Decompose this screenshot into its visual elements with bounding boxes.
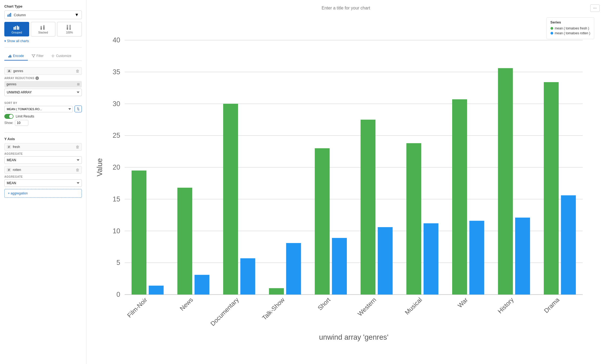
svg-rect-2 [10,13,11,17]
svg-text:30: 30 [113,100,120,107]
chevron-icon: ▾ [4,39,6,43]
sort-by-row: MEAN ( TOMATOES.RO... ⇅ [4,106,82,112]
svg-rect-15 [8,56,9,58]
show-row: Show: [4,120,82,126]
x-field-row: A genres 🗑 [4,67,82,75]
svg-text:Value: Value [95,158,104,177]
dropdown-arrow-icon: ▼ [75,12,79,17]
unwind-array-select[interactable]: UNWIND ARRAY [4,89,82,96]
svg-rect-66 [515,218,530,295]
y-field-fresh-name: fresh [13,145,20,149]
filter-icon [32,54,35,58]
svg-rect-16 [9,55,10,58]
delete-x-field-icon[interactable]: 🗑 [76,69,79,73]
stacked-btn[interactable]: Stacked [31,22,56,36]
aggregate-label-fresh: AGGREGATE [4,152,82,155]
info-icon: i [35,76,39,80]
expand-array-icon[interactable]: ⊞ [77,82,80,86]
svg-rect-57 [378,227,392,295]
svg-rect-50 [269,288,284,295]
svg-rect-9 [43,26,45,30]
svg-rect-69 [561,195,576,294]
delete-rotten-icon[interactable]: 🗑 [76,168,79,172]
svg-text:Western: Western [356,296,378,318]
y-field-fresh-row: # fresh 🗑 [4,143,82,151]
sort-by-section: SORT BY MEAN ( TOMATOES.RO... ⇅ Limit Re… [4,102,82,128]
svg-rect-0 [8,15,8,17]
divider-1 [4,47,82,48]
svg-text:unwind array 'genres': unwind array 'genres' [319,333,388,341]
x-field-name: genres [13,69,23,73]
main-area: ··· 0510152025303540Valueunwind array 'g… [86,0,604,364]
y-axis-label: Y Axis [4,137,82,141]
array-field-label: genres [6,82,16,86]
array-field-row: genres ⊞ [4,81,82,87]
tab-filter[interactable]: Filter [28,52,48,60]
svg-rect-3 [14,27,15,30]
sort-by-label: SORT BY [4,102,82,105]
limit-toggle[interactable] [4,114,14,119]
svg-text:25: 25 [113,132,120,139]
svg-rect-18 [11,56,11,58]
more-options-button[interactable]: ··· [590,4,600,12]
svg-rect-47 [223,104,238,294]
svg-rect-14 [69,25,71,29]
stacked-icon [39,24,47,30]
show-all-charts-link[interactable]: ▾ Show all charts [4,39,82,43]
svg-rect-51 [286,243,301,295]
svg-text:40: 40 [113,36,120,44]
aggregate-label-rotten: AGGREGATE [4,175,82,178]
chart-svg-wrapper: 0510152025303540Valueunwind array 'genre… [91,15,600,360]
svg-rect-17 [10,55,11,58]
tab-encode[interactable]: Encode [4,52,28,60]
sort-order-button[interactable]: ⇅ [75,106,82,112]
svg-rect-4 [15,26,16,30]
limit-label: Limit Results [16,114,34,118]
sort-by-select[interactable]: MEAN ( TOMATOES.RO... [4,106,73,112]
tab-customize[interactable]: Customize [47,52,75,60]
array-reductions-label: ARRAY REDUCTIONS i [4,76,82,80]
hundred-percent-icon [66,24,73,30]
svg-rect-56 [361,120,375,295]
svg-text:Film-Noir: Film-Noir [126,296,149,319]
legend-item-fresh: mean ( tomatoes fresh ) [551,26,590,30]
svg-rect-62 [452,99,467,295]
legend-title: Series [551,20,590,24]
svg-text:0: 0 [116,291,120,298]
svg-text:History: History [496,296,515,315]
hundred-percent-btn[interactable]: 100% [57,22,82,36]
aggregate-fresh-select[interactable]: MEAN [4,156,82,164]
show-input[interactable] [15,120,28,126]
svg-text:5: 5 [116,259,120,266]
field-type-number-fresh: # [7,145,11,149]
svg-rect-48 [240,258,255,294]
svg-text:Talk-Show: Talk-Show [261,296,286,322]
y-axis-section: Y Axis # fresh 🗑 AGGREGATE MEAN # rotten… [4,137,82,198]
legend-label-rotten: mean ( tomatoes rotten ) [555,31,590,35]
svg-rect-12 [67,25,68,28]
svg-text:War: War [456,296,469,309]
aggregate-rotten-select[interactable]: MEAN [4,179,82,187]
limit-results-row: Limit Results [4,114,82,119]
y-field-rotten-name: rotten [13,168,21,172]
chart-legend: Series mean ( tomatoes fresh ) mean ( to… [546,17,594,39]
svg-text:Documentary: Documentary [209,296,240,327]
chart-title-input[interactable] [102,6,590,11]
svg-text:Drama: Drama [543,296,561,314]
chart-type-section: Chart Type Column ▼ Grouped [4,4,82,43]
svg-text:Musical: Musical [404,296,424,316]
grouped-icon [13,24,21,30]
svg-rect-60 [424,223,438,295]
svg-rect-54 [332,238,347,295]
add-aggregation-button[interactable]: + aggregation [4,189,82,198]
svg-point-19 [52,55,53,56]
svg-rect-59 [406,143,421,294]
chart-type-dropdown[interactable]: Column ▼ [4,11,82,19]
legend-label-fresh: mean ( tomatoes fresh ) [555,26,589,30]
svg-text:20: 20 [113,163,120,171]
delete-fresh-icon[interactable]: 🗑 [76,145,79,149]
chart-variants-row: Grouped Stacked 100% [4,22,82,36]
legend-dot-rotten [551,32,553,35]
svg-rect-1 [9,14,10,17]
grouped-btn[interactable]: Grouped [4,22,29,36]
